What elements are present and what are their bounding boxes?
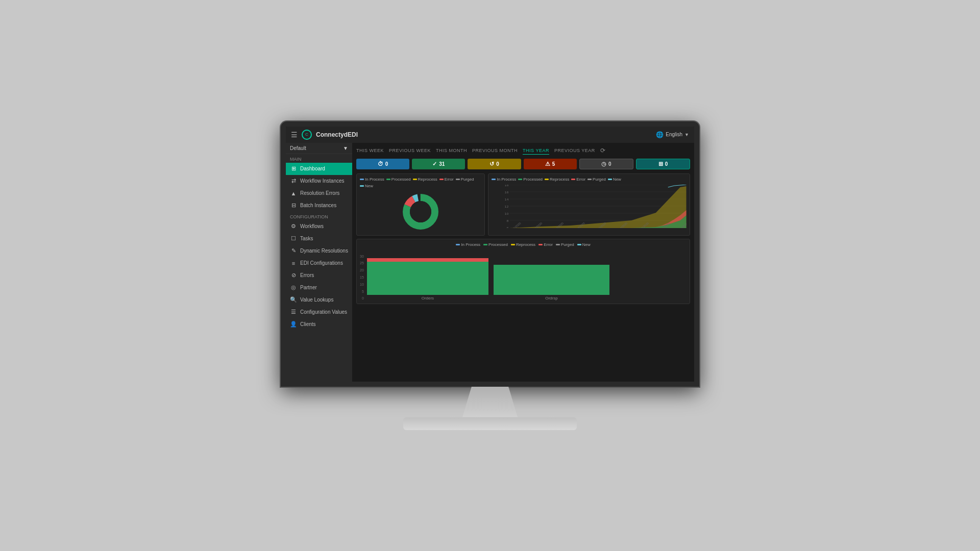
badge-reprocess[interactable]: ↺ 0 bbox=[468, 159, 521, 169]
sidebar-item-dynamic-resolutions[interactable]: ✎ Dynamic Resolutions bbox=[286, 245, 352, 257]
badge-new-value: 0 bbox=[665, 161, 668, 167]
line-legend-reprocess: Reprocess bbox=[545, 177, 569, 182]
svg-text:18: 18 bbox=[505, 185, 509, 187]
svg-text:14: 14 bbox=[505, 197, 509, 201]
topbar-left: ☰ C ConnectydEDI bbox=[291, 130, 358, 140]
badge-in-process-value: 0 bbox=[385, 161, 388, 167]
processed-icon: ✓ bbox=[432, 161, 437, 167]
sidebar-item-batch-instances[interactable]: ⊟ Batch Instances bbox=[286, 199, 352, 212]
badge-purged[interactable]: ◷ 0 bbox=[579, 159, 633, 169]
tab-previous-month[interactable]: PREVIOUS MONTH bbox=[472, 147, 518, 154]
sidebar-item-label-edi: EDI Configurations bbox=[300, 260, 343, 266]
in-process-icon: ⏱ bbox=[378, 161, 383, 167]
menu-icon[interactable]: ☰ bbox=[291, 131, 298, 139]
sidebar-item-clients[interactable]: 👤 Clients bbox=[286, 318, 352, 331]
tab-this-week[interactable]: THIS WEEK bbox=[356, 147, 384, 154]
sidebar-item-partner[interactable]: ◎ Partner bbox=[286, 282, 352, 294]
sidebar-item-edi-configurations[interactable]: ≡ EDI Configurations bbox=[286, 257, 352, 269]
error-icon: ⚠ bbox=[545, 161, 550, 167]
sidebar-item-errors[interactable]: ⊘ Errors bbox=[286, 269, 352, 282]
line-chart-box: In Process Processed Reprocess bbox=[488, 173, 690, 236]
reprocess-icon: ↺ bbox=[489, 161, 494, 167]
line-legend-dot-reprocess bbox=[545, 179, 549, 180]
language-label[interactable]: English bbox=[666, 132, 682, 137]
badge-error[interactable]: ⚠ 5 bbox=[524, 159, 577, 169]
sidebar-item-workflow-instances[interactable]: ⇄ Workflow Instances bbox=[286, 175, 352, 187]
legend-label-in-process: In Process bbox=[365, 177, 384, 182]
tab-previous-year[interactable]: PREVIOUS YEAR bbox=[554, 147, 595, 154]
topbar-right: 🌐 English ▼ bbox=[656, 131, 689, 138]
badge-processed[interactable]: ✓ 31 bbox=[412, 159, 465, 169]
sidebar-item-resolution-errors[interactable]: ▲ Resolution Errors bbox=[286, 187, 352, 199]
badge-reprocess-value: 0 bbox=[496, 161, 499, 167]
monitor-stand-neck bbox=[444, 387, 536, 417]
sidebar-section-main: Main bbox=[286, 154, 352, 163]
sidebar-item-configuration-values[interactable]: ☰ Configuration Values bbox=[286, 306, 352, 318]
sidebar-item-workflows[interactable]: ⚙ Workflows bbox=[286, 220, 352, 233]
legend-label-reprocess: Reprocess bbox=[418, 177, 437, 182]
tab-previous-week[interactable]: PREVIOUS WEEK bbox=[389, 147, 431, 154]
line-legend-new: New bbox=[608, 177, 621, 182]
legend-dot-error bbox=[439, 179, 444, 180]
badge-processed-value: 31 bbox=[439, 161, 445, 167]
bar-legend-in-process: In Process bbox=[456, 242, 480, 247]
line-legend-dot-error bbox=[571, 179, 575, 180]
sidebar-dropdown-label: Default bbox=[290, 145, 306, 151]
bar-chart-content: 30 25 20 15 10 5 0 bbox=[360, 249, 687, 300]
legend-error: Error bbox=[439, 177, 454, 182]
legend-new: New bbox=[360, 184, 373, 188]
tab-this-year[interactable]: THIS YEAR bbox=[523, 147, 549, 155]
resolution-errors-icon: ▲ bbox=[290, 190, 297, 197]
badge-new[interactable]: ⊞ 0 bbox=[636, 159, 690, 169]
svg-text:16: 16 bbox=[505, 190, 509, 193]
workflow-instances-icon: ⇄ bbox=[290, 178, 297, 185]
badge-in-process[interactable]: ⏱ 0 bbox=[356, 159, 409, 169]
badge-error-value: 5 bbox=[552, 161, 555, 167]
ordrsp-bar-container: Ordrsp bbox=[494, 249, 609, 300]
bar-chart-box: In Process Processed Reprocess bbox=[356, 239, 690, 304]
sidebar-item-label-workflows: Workflows bbox=[300, 223, 324, 229]
sidebar: Default ▼ Main ⊞ Dashboard ⇄ Workflow In… bbox=[286, 143, 352, 382]
orders-chart: 30 25 20 15 10 5 0 bbox=[360, 249, 488, 300]
bar-legend-dot-new bbox=[577, 244, 581, 245]
line-legend-dot-new bbox=[608, 179, 612, 180]
legend-reprocess: Reprocess bbox=[413, 177, 437, 182]
bar-legend-dot-processed bbox=[483, 244, 487, 245]
workflows-icon: ⚙ bbox=[290, 223, 297, 230]
orders-bar-processed bbox=[367, 262, 488, 295]
sidebar-item-value-lookups[interactable]: 🔍 Value Lookups bbox=[286, 294, 352, 306]
sidebar-item-label-batch: Batch Instances bbox=[300, 203, 336, 208]
bar-legend-processed: Processed bbox=[483, 242, 508, 247]
sidebar-item-label-errors: Errors bbox=[300, 272, 314, 278]
sidebar-item-dashboard[interactable]: ⊞ Dashboard bbox=[286, 163, 352, 175]
ordrsp-bar bbox=[494, 249, 609, 295]
sidebar-item-label-clients: Clients bbox=[300, 321, 316, 327]
sidebar-dropdown[interactable]: Default ▼ bbox=[286, 143, 352, 154]
edi-icon: ≡ bbox=[290, 260, 297, 267]
dynamic-resolutions-icon: ✎ bbox=[290, 247, 297, 255]
refresh-icon[interactable]: ⟳ bbox=[600, 147, 605, 154]
line-chart-container: 18 16 14 12 10 8 6 bbox=[492, 185, 687, 228]
donut-chart-box: In Process Processed Reprocess bbox=[356, 173, 485, 236]
value-lookups-icon: 🔍 bbox=[290, 296, 297, 304]
legend-purged: Purged bbox=[456, 177, 474, 182]
line-legend-error: Error bbox=[571, 177, 585, 182]
orders-bar bbox=[367, 249, 488, 295]
sidebar-item-tasks[interactable]: ☐ Tasks bbox=[286, 233, 352, 245]
donut-inner bbox=[410, 201, 431, 222]
chevron-down-icon: ▼ bbox=[343, 145, 348, 151]
line-legend: In Process Processed Reprocess bbox=[492, 177, 687, 182]
ordrsp-label: Ordrsp bbox=[494, 296, 609, 300]
logo-icon: C bbox=[302, 130, 312, 140]
tasks-icon: ☐ bbox=[290, 235, 297, 242]
legend-label-error: Error bbox=[445, 177, 454, 182]
bar-legend-purged: Purged bbox=[556, 242, 574, 247]
donut-legend: In Process Processed Reprocess bbox=[360, 177, 481, 188]
language-dropdown-icon[interactable]: ▼ bbox=[684, 132, 689, 137]
dashboard-icon: ⊞ bbox=[290, 165, 297, 172]
tab-this-month[interactable]: THIS MONTH bbox=[436, 147, 467, 154]
sidebar-item-label-lookups: Value Lookups bbox=[300, 297, 333, 303]
legend-dot-processed bbox=[386, 179, 390, 180]
bar-legend-dot-in-process bbox=[456, 244, 460, 245]
sidebar-item-label-workflow: Workflow Instances bbox=[300, 178, 345, 184]
